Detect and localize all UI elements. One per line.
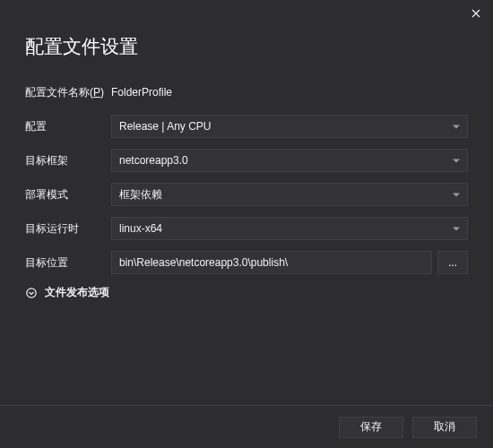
select-target-runtime[interactable]: linux-x64 bbox=[111, 217, 468, 240]
label-target-framework: 目标框架 bbox=[25, 153, 111, 168]
svg-point-0 bbox=[27, 288, 36, 297]
label-target-location: 目标位置 bbox=[25, 255, 111, 271]
row-target-framework: 目标框架 netcoreapp3.0 bbox=[25, 149, 468, 172]
select-target-runtime-value: linux-x64 bbox=[119, 222, 162, 235]
select-target-framework[interactable]: netcoreapp3.0 bbox=[111, 149, 468, 172]
row-target-runtime: 目标运行时 linux-x64 bbox=[25, 217, 468, 240]
cancel-button[interactable]: 取消 bbox=[412, 417, 477, 438]
value-profile-name: FolderProfile bbox=[111, 86, 172, 99]
select-target-framework-value: netcoreapp3.0 bbox=[119, 154, 188, 167]
select-deploy-mode[interactable]: 框架依赖 bbox=[111, 183, 468, 206]
titlebar bbox=[0, 0, 493, 27]
expander-label: 文件发布选项 bbox=[45, 285, 109, 300]
select-configuration[interactable]: Release | Any CPU bbox=[111, 115, 468, 138]
page-title: 配置文件设置 bbox=[25, 34, 468, 59]
row-deploy-mode: 部署模式 框架依赖 bbox=[25, 183, 468, 206]
select-configuration-value: Release | Any CPU bbox=[119, 120, 212, 133]
label-configuration: 配置 bbox=[25, 119, 111, 134]
file-publish-options-expander[interactable]: 文件发布选项 bbox=[25, 285, 468, 300]
save-button[interactable]: 保存 bbox=[339, 417, 403, 438]
textbox-target-location-value: bin\Release\netcoreapp3.0\publish\ bbox=[119, 256, 288, 269]
row-configuration: 配置 Release | Any CPU bbox=[25, 115, 468, 138]
close-icon[interactable] bbox=[470, 7, 482, 20]
select-deploy-mode-value: 框架依赖 bbox=[119, 187, 162, 202]
textbox-target-location[interactable]: bin\Release\netcoreapp3.0\publish\ bbox=[111, 251, 432, 274]
label-target-runtime: 目标运行时 bbox=[25, 221, 111, 237]
row-profile-name: 配置文件名称(P) FolderProfile bbox=[25, 81, 468, 104]
row-target-location: 目标位置 bin\Release\netcoreapp3.0\publish\ … bbox=[25, 251, 468, 274]
dialog-content: 配置文件设置 配置文件名称(P) FolderProfile 配置 Releas… bbox=[0, 27, 493, 300]
dialog-footer: 保存 取消 bbox=[0, 405, 493, 448]
browse-button[interactable]: ... bbox=[437, 251, 468, 274]
label-deploy-mode: 部署模式 bbox=[25, 187, 111, 202]
label-profile-name: 配置文件名称(P) bbox=[25, 85, 111, 100]
chevron-down-icon bbox=[25, 287, 38, 299]
